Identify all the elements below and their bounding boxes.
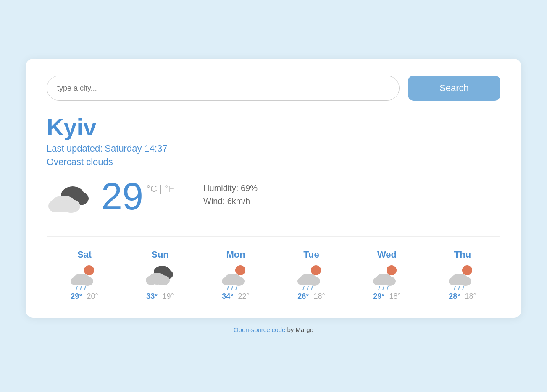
forecast-day: Mon 34° 22° [210,249,261,301]
svg-point-19 [235,265,245,275]
forecast-day: Wed 29° 18° [362,249,412,301]
forecast-day-icon [221,264,250,289]
svg-point-36 [384,277,396,286]
svg-point-18 [156,275,170,285]
svg-point-42 [449,277,459,285]
unit-celsius[interactable]: °C [147,183,157,194]
svg-point-40 [462,265,472,275]
svg-point-28 [297,277,308,285]
forecast-low: 18° [389,292,401,301]
forecast-high: 29° [71,292,82,301]
city-search-input[interactable] [47,76,400,101]
svg-line-38 [383,286,384,290]
svg-point-26 [311,265,321,275]
weather-details: Humidity: 69% Wind: 6km/h [203,183,258,209]
last-updated-label: Last updated: [47,143,103,154]
forecast-day-temps: 33° 19° [146,292,174,301]
svg-line-23 [227,286,229,290]
forecast-day-temps: 26° 18° [297,292,325,301]
svg-line-25 [236,286,237,290]
forecast-day: Tue 26° 18° [286,249,337,301]
svg-line-11 [80,286,82,290]
svg-line-10 [76,286,77,290]
forecast-high: 28° [449,292,460,301]
forecast-day-temps: 34° 22° [222,292,249,301]
forecast-day-label: Thu [454,249,471,260]
svg-line-37 [379,286,380,290]
wind-line: Wind: 6km/h [203,196,258,206]
footer: Open-source code by Margo [234,326,313,333]
svg-point-8 [71,277,81,285]
forecast-low: 19° [163,292,174,301]
last-updated: Last updated: Saturday 14:37 [47,143,500,154]
forecast-day-temps: 29° 20° [71,292,98,301]
svg-line-46 [463,286,464,290]
forecast-low: 18° [314,292,325,301]
svg-line-31 [307,286,308,290]
svg-line-45 [458,286,460,290]
forecast-day-label: Tue [303,249,319,260]
forecast-high: 34° [222,292,233,301]
forecast-day-icon [448,264,477,289]
forecast-day-label: Wed [377,249,397,260]
forecast-high: 26° [297,292,309,301]
svg-point-6 [84,265,94,275]
forecast-low: 22° [238,292,250,301]
svg-line-39 [387,286,388,290]
forecast-day: Sat 29° 20° [59,249,110,301]
svg-line-12 [84,286,86,290]
temperature-units: °C | °F [147,183,174,194]
svg-point-17 [146,276,157,285]
city-name: Kyiv [47,113,500,141]
weather-description: Overcast clouds [47,157,500,167]
svg-point-22 [233,277,245,286]
forecast-day-temps: 29° 18° [373,292,400,301]
forecast-day-temps: 28° 18° [449,292,476,301]
svg-point-35 [373,277,383,285]
forecast-day-label: Sat [77,249,92,260]
current-weather-row: 29 °C | °F Humidity: 69% Wind: 6km/h [47,178,500,215]
svg-point-29 [308,277,320,286]
svg-line-32 [311,286,313,290]
svg-point-33 [387,265,397,275]
forecast-day: Thu 28° 18° [437,249,488,301]
forecast-day-icon [297,264,326,289]
current-weather-icon [47,180,89,213]
forecast-row: Sat 29° 20° Sun [47,236,500,301]
svg-line-30 [303,286,304,290]
wind-label: Wind: [203,196,225,206]
svg-point-9 [82,277,93,286]
temperature-value: 29 [101,178,143,215]
forecast-high: 33° [146,292,158,301]
last-updated-value: Saturday 14:37 [105,143,167,154]
footer-suffix: by Margo [285,326,313,333]
svg-point-21 [222,277,232,285]
forecast-high: 29° [373,292,384,301]
forecast-day-label: Sun [151,249,169,260]
humidity-label: Humidity: [203,183,238,193]
search-button[interactable]: Search [408,76,500,101]
weather-card: Search Kyiv Last updated: Saturday 14:37… [26,59,521,318]
forecast-day-icon [372,264,402,289]
forecast-day-icon [70,264,99,289]
temperature-block: 29 °C | °F [101,178,174,215]
search-row: Search [47,76,500,101]
svg-point-43 [460,277,471,286]
svg-point-4 [48,200,63,212]
open-source-link[interactable]: Open-source code [234,326,285,333]
forecast-day-icon [145,264,175,289]
svg-line-24 [231,286,233,290]
humidity-line: Humidity: 69% [203,183,258,193]
forecast-day-label: Mon [226,249,245,260]
forecast-low: 20° [87,292,98,301]
forecast-day: Sun 33° 19° [135,249,185,301]
unit-separator: | [160,183,165,194]
forecast-low: 18° [465,292,476,301]
unit-fahrenheit[interactable]: °F [165,183,174,194]
svg-point-5 [62,199,80,213]
svg-line-44 [454,286,455,290]
